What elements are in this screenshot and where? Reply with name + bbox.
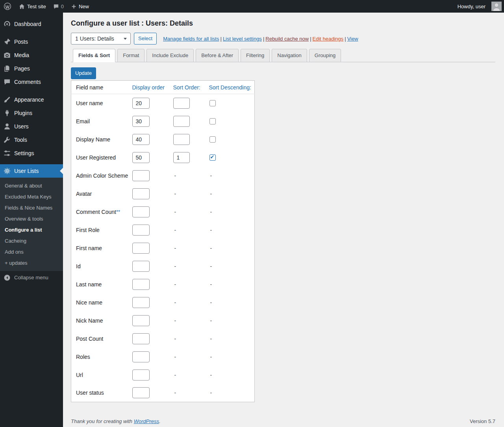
collapse-arrow-icon <box>3 274 11 282</box>
action-link-manage-fields-for-all-lists[interactable]: Manage fields for all lists <box>163 36 219 42</box>
wordpress-link[interactable]: WordPress <box>134 418 159 424</box>
wordpress-menu[interactable] <box>0 0 15 13</box>
tab-navigation[interactable]: Navigation <box>272 49 307 62</box>
avatar[interactable] <box>489 0 502 13</box>
update-button[interactable]: Update <box>71 67 96 79</box>
sidebar-item-comments[interactable]: Comments <box>0 75 63 89</box>
comments-shortcut[interactable]: 0 <box>50 0 67 13</box>
settings-icon <box>3 149 11 157</box>
collapse-menu-button[interactable]: Collapse menu <box>0 271 63 284</box>
field-row-last-name: Last name-- <box>71 275 255 293</box>
display-order-input[interactable] <box>132 333 150 344</box>
submenu-item-fields-nice-names[interactable]: Fields & Nice Names <box>0 202 63 214</box>
sidebar-item-users[interactable]: Users <box>0 120 63 133</box>
main-content: Configure a user list : Users: Details 1… <box>63 13 504 427</box>
action-link-edit-headings[interactable]: Edit headings <box>313 36 344 42</box>
field-name: Nice name <box>76 299 102 306</box>
field-row-id: Id-- <box>71 257 255 275</box>
empty-marker: - <box>173 299 176 306</box>
display-order-input[interactable] <box>132 134 150 145</box>
tab-filtering[interactable]: Filtering <box>241 49 270 62</box>
submenu-item-updates[interactable]: + updates <box>0 258 63 269</box>
display-order-input[interactable] <box>132 297 150 308</box>
column-header-sort-order[interactable]: Sort Order: <box>173 81 209 94</box>
sort-order-input[interactable] <box>173 98 190 109</box>
sidebar-item-dashboard[interactable]: Dashboard <box>0 17 63 31</box>
empty-marker: - <box>173 336 176 342</box>
tab-include-exclude[interactable]: Include Exclude <box>146 49 194 62</box>
display-order-input[interactable] <box>132 188 150 199</box>
column-header-field-name: Field name <box>71 81 132 94</box>
display-order-input[interactable] <box>132 116 150 127</box>
sidebar-item-label: Dashboard <box>14 20 41 28</box>
sidebar-item-pages[interactable]: Pages <box>0 62 63 75</box>
submenu-item-excluded-meta-keys[interactable]: Excluded Meta Keys <box>0 191 63 202</box>
sidebar-item-plugins[interactable]: Plugins <box>0 106 63 120</box>
sidebar-item-user-lists[interactable]: User Lists <box>0 164 63 178</box>
sort-order-input[interactable] <box>173 152 190 163</box>
howdy-text: Howdy, user <box>458 4 485 9</box>
column-header-display-order[interactable]: Display order <box>132 81 173 94</box>
footer: Thank you for creating with WordPress. V… <box>71 418 495 424</box>
field-row-user-name: User name <box>71 94 255 112</box>
tab-grouping[interactable]: Grouping <box>309 49 341 62</box>
display-order-input[interactable] <box>132 315 150 326</box>
display-order-input[interactable] <box>132 206 150 217</box>
my-account-menu[interactable]: Howdy, user <box>454 0 489 13</box>
display-order-input[interactable] <box>132 279 150 290</box>
submenu-item-general-about[interactable]: General & about <box>0 180 63 191</box>
field-row-nick-name: Nick Name-- <box>71 312 255 330</box>
sidebar-submenu: General & aboutExcluded Meta KeysFields … <box>0 178 63 271</box>
action-links: Manage fields for all lists|List level s… <box>163 36 358 42</box>
comments-icon <box>3 78 11 86</box>
tab-format[interactable]: Format <box>117 49 145 62</box>
display-order-input[interactable] <box>132 225 150 236</box>
sidebar-item-label: Appearance <box>14 96 44 104</box>
sidebar-item-appearance[interactable]: Appearance <box>0 93 63 106</box>
display-order-input[interactable] <box>132 369 150 381</box>
comments-count: 0 <box>61 4 64 9</box>
display-order-input[interactable] <box>132 243 150 254</box>
column-header-sort-descending[interactable]: Sort Descending: <box>209 81 255 94</box>
sidebar-item-tools[interactable]: Tools <box>0 133 63 147</box>
sort-descending-checkbox[interactable] <box>209 100 216 106</box>
sidebar-item-settings[interactable]: Settings <box>0 147 63 160</box>
action-link-list-level-settings[interactable]: List level settings <box>223 36 262 42</box>
submenu-item-add-ons[interactable]: Add ons <box>0 247 63 258</box>
display-order-input[interactable] <box>132 351 150 362</box>
field-row-avatar: Avatar-- <box>71 185 255 203</box>
tab-fields-sort[interactable]: Fields & Sort <box>73 49 115 62</box>
display-order-input[interactable] <box>132 387 150 398</box>
tab-before-after[interactable]: Before & After <box>196 49 239 62</box>
display-order-input[interactable] <box>132 170 150 181</box>
sort-order-input[interactable] <box>173 116 190 127</box>
sidebar-item-posts[interactable]: Posts <box>0 35 63 48</box>
tab-bar: Fields & SortFormatInclude ExcludeBefore… <box>71 49 495 62</box>
submenu-item-overview-tools[interactable]: Overview & tools <box>0 214 63 225</box>
list-select[interactable]: 1 Users: Details <box>71 33 131 45</box>
empty-marker: - <box>209 299 212 306</box>
action-link-view[interactable]: View <box>347 36 358 42</box>
list-controls: 1 Users: Details Select Manage fields fo… <box>71 33 495 45</box>
action-link-rebuild-cache-now[interactable]: Rebuild cache now <box>265 36 309 42</box>
submenu-item-cacheing[interactable]: Cacheing <box>0 236 63 247</box>
select-button[interactable]: Select <box>134 33 157 45</box>
admin-bar-left: Test site 0 New <box>0 0 93 13</box>
submenu-item-configure-a-list[interactable]: Configure a list <box>0 225 63 236</box>
site-name-menu[interactable]: Test site <box>15 0 50 13</box>
display-order-input[interactable] <box>132 152 150 163</box>
sidebar-item-media[interactable]: Media <box>0 48 63 62</box>
list-select-value: 1 Users: Details <box>75 35 114 42</box>
sort-descending-checkbox[interactable] <box>209 154 216 161</box>
sort-order-input[interactable] <box>173 134 190 145</box>
empty-marker: - <box>209 336 212 342</box>
empty-marker: - <box>209 227 212 233</box>
thanks-period: . <box>159 418 161 424</box>
empty-marker: - <box>173 317 176 324</box>
display-order-input[interactable] <box>132 261 150 272</box>
empty-marker: - <box>209 372 212 378</box>
sort-descending-checkbox[interactable] <box>209 118 216 124</box>
sort-descending-checkbox[interactable] <box>209 136 216 143</box>
new-content-menu[interactable]: New <box>67 0 93 13</box>
display-order-input[interactable] <box>132 98 150 109</box>
